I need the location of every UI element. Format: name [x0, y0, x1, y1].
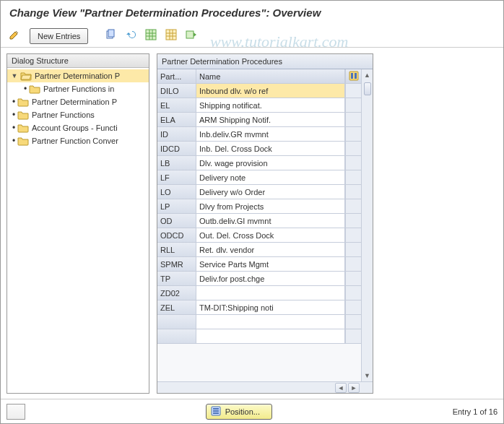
cell-name[interactable]: Inbound dlv. w/o ref	[196, 84, 345, 98]
cell-part[interactable]: LP	[157, 199, 196, 213]
cell-part[interactable]: ZD02	[157, 286, 196, 300]
row-gutter	[345, 257, 361, 271]
col-header-part[interactable]: Part...	[157, 69, 196, 83]
export-icon	[186, 29, 197, 43]
folder-icon	[17, 136, 29, 146]
col-header-name[interactable]: Name	[196, 69, 345, 83]
table-row[interactable]: SPMRService Parts Mgmt	[157, 257, 361, 272]
copy-button[interactable]	[103, 28, 118, 44]
tree-node[interactable]: •Partner Determination P	[7, 95, 149, 108]
row-gutter	[345, 214, 361, 228]
cell-part[interactable]: ELA	[157, 113, 196, 126]
cell-name[interactable]: Inb. Del. Cross Dock	[196, 142, 345, 155]
cell-part[interactable]: ID	[157, 127, 196, 141]
table-row[interactable]: ZD02	[157, 286, 361, 300]
grid-horizontal-scrollbar[interactable]: ◄ ►	[157, 381, 373, 393]
table-row[interactable]	[157, 315, 361, 329]
cell-part[interactable]: ZEL	[157, 300, 196, 314]
cell-part[interactable]: TP	[157, 272, 196, 285]
table-settings-icon	[349, 71, 359, 82]
cell-part[interactable]: IDCD	[157, 142, 196, 155]
cell-part[interactable]: LF	[157, 170, 196, 184]
scroll-left-icon[interactable]: ◄	[335, 383, 347, 393]
new-entries-button[interactable]: New Entries	[30, 28, 88, 44]
table-row[interactable]: IDInb.deliv.GR mvmnt	[157, 127, 361, 142]
cell-part[interactable]	[157, 315, 196, 329]
tree-node-label: Partner Determination P	[35, 72, 120, 80]
table-row[interactable]: LBDlv. wage provision	[157, 156, 361, 170]
grid-header-row: Part... Name	[157, 69, 361, 84]
table-row[interactable]	[157, 329, 361, 344]
scroll-track[interactable]	[362, 81, 373, 370]
tree-node[interactable]: ▼Partner Determination P	[7, 69, 149, 82]
undo-button[interactable]	[123, 28, 139, 44]
folder-icon	[20, 71, 32, 81]
cell-part[interactable]: OD	[157, 214, 196, 228]
row-gutter	[345, 315, 361, 329]
procedures-grid: Part... Name DILOInbound dlv. w/o refELS…	[157, 69, 373, 393]
table-row[interactable]: LODelivery w/o Order	[157, 185, 361, 199]
grid-vertical-scrollbar[interactable]: ▲ ▼	[361, 69, 373, 381]
cell-name[interactable]: ARM Shipping Notif.	[196, 113, 345, 126]
table-row[interactable]: TPDeliv.for post.chge	[157, 272, 361, 286]
cell-name[interactable]	[196, 315, 345, 329]
cell-part[interactable]: ODCD	[157, 228, 196, 242]
cell-name[interactable]: Dlvy from Projects	[196, 199, 345, 213]
table-row[interactable]: DILOInbound dlv. w/o ref	[157, 84, 361, 98]
row-gutter	[345, 156, 361, 170]
cell-part[interactable]	[157, 329, 196, 343]
export-button[interactable]	[183, 28, 199, 44]
cell-name[interactable]: Inb.deliv.GR mvmnt	[196, 127, 345, 141]
scroll-down-icon[interactable]: ▼	[362, 370, 373, 381]
tree-node[interactable]: •Partner Functions in	[7, 82, 149, 95]
footer-left-box[interactable]	[6, 404, 25, 420]
cell-part[interactable]: LB	[157, 156, 196, 170]
cell-part[interactable]: RLL	[157, 243, 196, 256]
cell-part[interactable]: EL	[157, 98, 196, 112]
table-row[interactable]: ODCDOut. Del. Cross Dock	[157, 228, 361, 243]
svg-rect-7	[166, 30, 176, 40]
cell-name[interactable]: Shipping notificat.	[196, 98, 345, 112]
cell-name[interactable]	[196, 329, 345, 343]
cell-name[interactable]: Outb.deliv.GI mvmnt	[196, 214, 345, 228]
cell-part[interactable]: SPMR	[157, 257, 196, 271]
table-row[interactable]: ODOutb.deliv.GI mvmnt	[157, 214, 361, 228]
configure-columns-button[interactable]	[345, 69, 361, 83]
table-row[interactable]: ELShipping notificat.	[157, 98, 361, 113]
position-button[interactable]: Position...	[206, 404, 272, 420]
tree-node[interactable]: •Account Groups - Functi	[7, 121, 149, 134]
cell-name[interactable]	[196, 286, 345, 300]
main-area: Dialog Structure ▼Partner Determination …	[1, 48, 503, 399]
tree-node[interactable]: •Partner Function Conver	[7, 134, 149, 147]
scroll-right-icon[interactable]: ►	[348, 383, 360, 393]
cell-name[interactable]: Out. Del. Cross Dock	[196, 228, 345, 242]
pencil-icon	[9, 29, 20, 43]
scroll-thumb[interactable]	[364, 82, 371, 95]
table-row[interactable]: LFDelivery note	[157, 170, 361, 185]
cell-name[interactable]: Delivery w/o Order	[196, 185, 345, 199]
table-row[interactable]: IDCDInb. Del. Cross Dock	[157, 142, 361, 156]
table-row[interactable]: ELAARM Shipping Notif.	[157, 113, 361, 127]
collapse-icon[interactable]: ▼	[10, 72, 19, 79]
cell-name[interactable]: Delivery note	[196, 170, 345, 184]
deselect-all-button[interactable]	[163, 28, 179, 44]
position-label: Position...	[225, 407, 260, 416]
table-row[interactable]: ZELTM-DIT:Shipping noti	[157, 300, 361, 315]
cell-name[interactable]: Dlv. wage provision	[196, 156, 345, 170]
cell-name[interactable]: Deliv.for post.chge	[196, 272, 345, 285]
cell-part[interactable]: DILO	[157, 84, 196, 98]
svg-rect-18	[213, 410, 219, 412]
table-row[interactable]: RLLRet. dlv. vendor	[157, 243, 361, 257]
cell-part[interactable]: LO	[157, 185, 196, 199]
cell-name[interactable]: TM-DIT:Shipping noti	[196, 300, 345, 314]
select-all-button[interactable]	[143, 28, 159, 44]
bullet-icon: •	[12, 97, 16, 107]
scroll-up-icon[interactable]: ▲	[362, 69, 373, 81]
table-row[interactable]: LPDlvy from Projects	[157, 199, 361, 214]
cell-name[interactable]: Ret. dlv. vendor	[196, 243, 345, 256]
entry-info: Entry 1 of 16	[453, 407, 498, 416]
tree-node[interactable]: •Partner Functions	[7, 108, 149, 121]
edit-button[interactable]	[6, 28, 22, 44]
cell-name[interactable]: Service Parts Mgmt	[196, 257, 345, 271]
row-gutter	[345, 300, 361, 314]
